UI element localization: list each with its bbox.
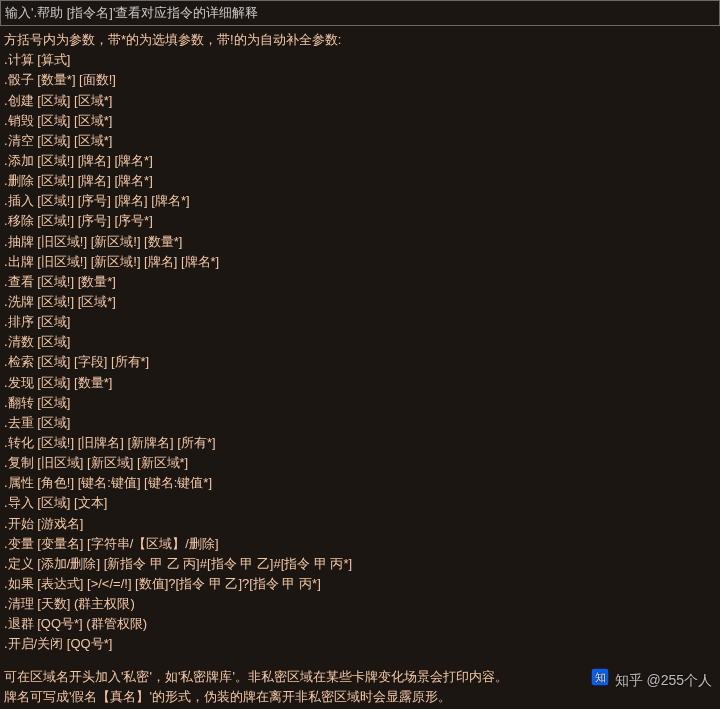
command-line: .插入 [区域!] [序号] [牌名] [牌名*] xyxy=(4,191,714,211)
command-line: .检索 [区域] [字段] [所有*] xyxy=(4,352,714,372)
header-bar: 输入'.帮助 [指令名]'查看对应指令的详细解释 xyxy=(0,0,720,26)
command-line: .如果 [表达式] [>/</=/!] [数值]?[指令 甲 乙]?[指令 甲 … xyxy=(4,574,714,594)
command-line: .清理 [天数] (群主权限) xyxy=(4,594,714,614)
content-panel: 方括号内为参数，带*的为选填参数，带!的为自动补全参数: .计算 [算式].骰子… xyxy=(0,26,720,709)
command-line: .翻转 [区域] xyxy=(4,393,714,413)
command-line: .创建 [区域] [区域*] xyxy=(4,91,714,111)
command-line: .开启/关闭 [QQ号*] xyxy=(4,634,714,654)
header-text: 输入'.帮助 [指令名]'查看对应指令的详细解释 xyxy=(5,5,258,20)
command-line: .退群 [QQ号*] (群管权限) xyxy=(4,614,714,634)
command-line: .删除 [区域!] [牌名] [牌名*] xyxy=(4,171,714,191)
command-line: .转化 [区域!] [旧牌名] [新牌名] [所有*] xyxy=(4,433,714,453)
command-line: .导入 [区域] [文本] xyxy=(4,493,714,513)
watermark-text: 知乎 @255个人 xyxy=(615,670,712,692)
zhihu-icon: 知 xyxy=(591,668,609,693)
command-line: .移除 [区域!] [序号] [序号*] xyxy=(4,211,714,231)
command-line: .查看 [区域!] [数量*] xyxy=(4,272,714,292)
command-line: .添加 [区域!] [牌名] [牌名*] xyxy=(4,151,714,171)
command-line: .开始 [游戏名] xyxy=(4,514,714,534)
command-line: .抽牌 [旧区域!] [新区域!] [数量*] xyxy=(4,232,714,252)
command-line: .清数 [区域] xyxy=(4,332,714,352)
command-line: .销毁 [区域] [区域*] xyxy=(4,111,714,131)
command-line: .洗牌 [区域!] [区域*] xyxy=(4,292,714,312)
command-line: .复制 [旧区域] [新区域] [新区域*] xyxy=(4,453,714,473)
command-list: .计算 [算式].骰子 [数量*] [面数!].创建 [区域] [区域*].销毁… xyxy=(4,50,714,654)
command-line: .属性 [角色!] [键名:键值] [键名:键值*] xyxy=(4,473,714,493)
command-line: .清空 [区域] [区域*] xyxy=(4,131,714,151)
command-line: .出牌 [旧区域!] [新区域!] [牌名] [牌名*] xyxy=(4,252,714,272)
svg-text:知: 知 xyxy=(594,671,605,683)
command-line: .变量 [变量名] [字符串/【区域】/删除] xyxy=(4,534,714,554)
command-line: .骰子 [数量*] [面数!] xyxy=(4,70,714,90)
command-line: .定义 [添加/删除] [新指令 甲 乙 丙]#[指令 甲 乙]#[指令 甲 丙… xyxy=(4,554,714,574)
intro-line: 方括号内为参数，带*的为选填参数，带!的为自动补全参数: xyxy=(4,30,714,50)
command-line: .发现 [区域] [数量*] xyxy=(4,373,714,393)
command-line: .计算 [算式] xyxy=(4,50,714,70)
command-line: .排序 [区域] xyxy=(4,312,714,332)
command-line: .去重 [区域] xyxy=(4,413,714,433)
watermark: 知 知乎 @255个人 xyxy=(591,668,712,693)
